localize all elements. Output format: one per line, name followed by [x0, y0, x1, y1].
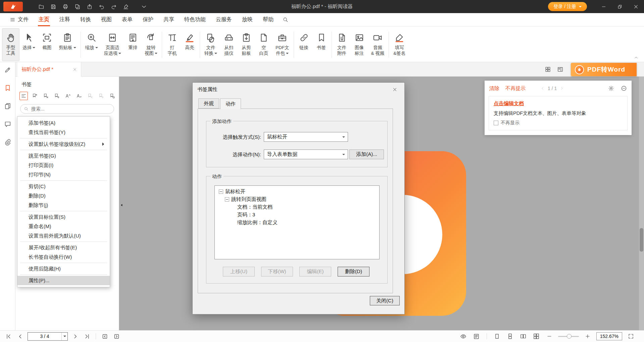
trigger-select[interactable]: 鼠标松开 [264, 132, 348, 142]
comments-panel-button[interactable] [4, 121, 11, 129]
context-menu-item[interactable]: 查找当前书签(Y) [17, 128, 110, 137]
context-menu-item[interactable]: 长书签自动换行(W) [17, 252, 110, 262]
dialog-titlebar[interactable]: 书签属性 [193, 83, 404, 96]
scrollbar-thumb[interactable] [640, 228, 643, 252]
attachments-panel-button[interactable] [4, 139, 11, 147]
bookmarks-panel-button[interactable] [4, 84, 11, 92]
context-menu-item[interactable]: 打印节(N) [17, 170, 110, 179]
search-button[interactable] [279, 13, 292, 26]
context-menu-item[interactable]: 重命名(M) [17, 222, 110, 231]
ribbon-button[interactable]: 手型 工具 [2, 28, 19, 61]
tree-expander-icon[interactable] [219, 189, 223, 194]
action-tree-item[interactable]: 文档：当前文档 [216, 203, 378, 211]
promote-bookmark-button[interactable] [53, 92, 61, 100]
menu-tab[interactable]: 保护 [138, 13, 158, 26]
close-tab-icon[interactable] [73, 68, 77, 72]
clear-link[interactable]: 清除 [489, 85, 499, 92]
pdf-to-word-banner[interactable]: PDF转Word [571, 63, 637, 76]
next-view-button[interactable] [112, 332, 121, 341]
next-bookmark-button[interactable] [97, 92, 105, 100]
export-button[interactable] [85, 2, 95, 11]
edit-action-button[interactable]: 编辑(E) [299, 267, 331, 276]
ribbon-button[interactable]: 截图 [38, 28, 56, 61]
delete-bookmark-button[interactable] [42, 92, 50, 100]
text-viewer-button[interactable] [472, 332, 481, 341]
ribbon-button[interactable]: 从剪 贴板 [238, 28, 255, 61]
context-menu-item[interactable]: 展开/收起所有书签(E) [17, 243, 110, 252]
pager-next-icon[interactable] [559, 86, 564, 91]
ribbon-button[interactable]: 打 字机 [163, 28, 181, 61]
prev-page-button[interactable] [16, 332, 24, 341]
action-tree-item[interactable]: 缩放比例：自定义 [216, 219, 378, 226]
menu-tab[interactable]: 帮助 [258, 13, 279, 26]
continuous-button[interactable] [506, 332, 514, 341]
redo-button[interactable] [109, 2, 119, 11]
restore-button[interactable] [612, 0, 628, 13]
ribbon-button[interactable]: 从扫 描仪 [220, 28, 238, 61]
open-file-button[interactable] [36, 2, 46, 11]
ribbon-button[interactable]: 图像 标注 [351, 28, 368, 61]
context-menu-item[interactable]: 设置当前外观为默认(U) [17, 231, 110, 241]
edit-pencil-button[interactable] [4, 66, 11, 74]
checkbox-icon[interactable] [494, 121, 498, 125]
action-select[interactable]: 导入表单数据 [264, 149, 348, 159]
actions-tree[interactable]: 鼠标松开跳转到页面视图文档：当前文档页码：3缩放比例：自定义 [214, 185, 380, 259]
undo-button[interactable] [97, 2, 107, 11]
ribbon-button[interactable]: 文件 附件 [333, 28, 351, 61]
prev-bookmark-button[interactable] [86, 92, 94, 100]
collapse-panel-icon[interactable] [621, 85, 627, 91]
dialog-close-button[interactable] [390, 84, 400, 94]
menu-tab[interactable]: 文件 [5, 13, 34, 26]
menu-tab[interactable]: 注释 [54, 13, 75, 26]
prev-view-button[interactable] [100, 332, 109, 341]
zoom-slider-knob[interactable] [567, 334, 572, 339]
collapse-panel-handle[interactable] [119, 199, 124, 211]
single-page-button[interactable] [493, 332, 501, 341]
move-up-button[interactable]: 上移(U) [223, 267, 255, 276]
zoom-out-button[interactable] [545, 332, 554, 341]
ribbon-button[interactable]: 旋转 视图 [142, 28, 160, 61]
menu-tab[interactable]: 放映 [237, 13, 258, 26]
collapse-ribbon-button[interactable] [634, 55, 639, 60]
read-mode-button[interactable] [459, 332, 468, 341]
document-tab[interactable]: 福昕办公.pdf * [17, 62, 81, 77]
ribbon-button[interactable]: 剪贴板 [56, 28, 79, 61]
minimize-button[interactable] [596, 0, 612, 13]
no-reminder-link[interactable]: 不再提示 [505, 85, 526, 92]
tree-expander-icon[interactable] [225, 197, 229, 202]
last-page-button[interactable] [83, 332, 91, 341]
brush-button[interactable] [121, 2, 131, 11]
save-button[interactable] [48, 2, 58, 11]
fullscreen-button[interactable] [627, 332, 635, 341]
side-panel-icon[interactable] [557, 66, 563, 73]
ribbon-button[interactable]: 音频 & 视频 [368, 28, 388, 61]
context-menu-item[interactable]: 使用后隐藏(H) [17, 264, 110, 273]
continuous-facing-button[interactable] [532, 332, 541, 341]
dont-show-again-checkbox[interactable]: 不再显示 [494, 120, 623, 126]
page-number-field[interactable]: 3 / 4 [28, 332, 68, 341]
ribbon-button[interactable]: 填写 &签名 [390, 28, 408, 61]
facing-button[interactable] [519, 332, 528, 341]
gear-icon[interactable] [608, 85, 614, 91]
menu-tab[interactable]: 表单 [117, 13, 138, 26]
zoom-in-button[interactable] [583, 332, 592, 341]
expand-bookmarks-button[interactable] [19, 92, 28, 100]
menu-tab[interactable]: 转换 [75, 13, 96, 26]
tab-actions[interactable]: 动作 [220, 98, 241, 109]
close-button[interactable] [628, 0, 644, 13]
context-menu-item[interactable]: 添加书签(A) [17, 118, 110, 128]
ribbon-button[interactable]: 高亮 [181, 28, 198, 61]
page-dropdown-arrow[interactable] [61, 333, 67, 340]
copy-page-button[interactable] [72, 2, 83, 11]
menu-tab[interactable]: 云服务 [211, 13, 237, 26]
ribbon-button[interactable]: 页面适 应选项 [101, 28, 125, 61]
context-menu-item[interactable]: 打印页面(I) [17, 161, 110, 170]
ribbon-button[interactable]: 书签 [313, 28, 330, 61]
ribbon-button[interactable]: 文件 转换 [201, 28, 220, 61]
context-menu-item[interactable]: 删除(D) [17, 191, 110, 201]
delete-action-button[interactable]: 删除(D) [338, 267, 369, 276]
ribbon-button[interactable]: 选择 [19, 28, 38, 61]
context-menu-item[interactable]: 属性(P)... [17, 276, 110, 285]
next-page-button[interactable] [71, 332, 80, 341]
font-decrease-button[interactable] [75, 92, 83, 100]
